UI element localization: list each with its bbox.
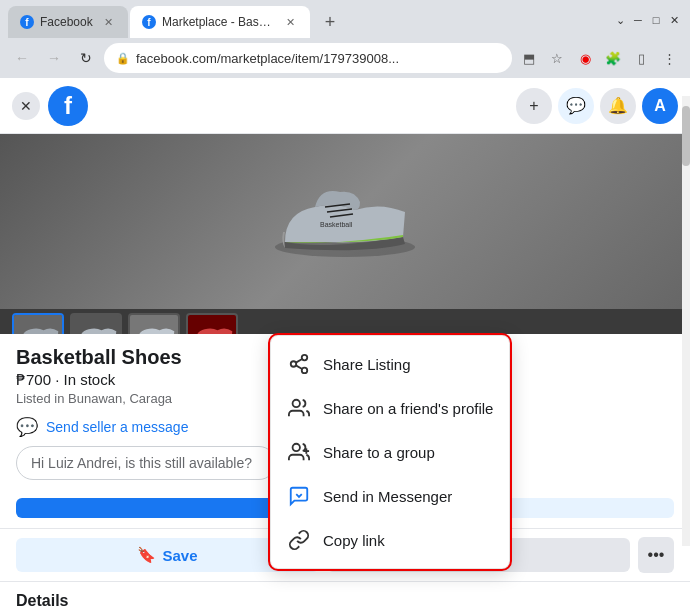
fb-topbar-right: + 💬 🔔 A xyxy=(516,88,678,124)
copy-link-icon xyxy=(287,528,311,552)
more-button[interactable]: ••• xyxy=(638,537,674,573)
share-listing-icon xyxy=(287,352,311,376)
address-input[interactable]: 🔒 facebook.com/marketplace/item/17973900… xyxy=(104,43,512,73)
bookmark-icon: 🔖 xyxy=(137,546,156,564)
message-placeholder-text: Hi Luiz Andrei, is this still available? xyxy=(31,455,252,471)
menu-icon[interactable]: ⋮ xyxy=(656,45,682,71)
puzzle-icon[interactable]: 🧩 xyxy=(600,45,626,71)
address-bar-row: ← → ↻ 🔒 facebook.com/marketplace/item/17… xyxy=(0,38,690,78)
thumbnail-1[interactable] xyxy=(12,313,64,334)
svg-point-11 xyxy=(302,368,308,374)
share-friend-item[interactable]: Share on a friend's profile xyxy=(271,386,509,430)
sidebar-icon[interactable]: ▯ xyxy=(628,45,654,71)
notifications-button[interactable]: 🔔 xyxy=(600,88,636,124)
messenger-button[interactable]: 💬 xyxy=(558,88,594,124)
cast-icon[interactable]: ⬒ xyxy=(516,45,542,71)
tab-facebook-label: Facebook xyxy=(40,15,94,29)
tab-marketplace-close[interactable]: ✕ xyxy=(282,14,298,30)
tab-facebook-close[interactable]: ✕ xyxy=(100,14,116,30)
share-group-label: Share to a group xyxy=(323,444,435,461)
tab-marketplace-favicon: f xyxy=(142,15,156,29)
send-messenger-icon xyxy=(287,484,311,508)
window-controls: ⌄ ─ □ ✕ xyxy=(612,12,682,32)
extension-icon[interactable]: ◉ xyxy=(572,45,598,71)
seller-message-label[interactable]: Send seller a message xyxy=(46,419,188,435)
product-image-area: Basketball xyxy=(0,134,690,334)
thumbnail-3[interactable] xyxy=(128,313,180,334)
star-icon[interactable]: ☆ xyxy=(544,45,570,71)
share-listing-item[interactable]: Share Listing xyxy=(271,342,509,386)
tab-marketplace-label: Marketplace - Basketball Sh... xyxy=(162,15,276,29)
tab-marketplace[interactable]: f Marketplace - Basketball Sh... ✕ xyxy=(130,6,310,38)
scrollbar-thumb[interactable] xyxy=(682,106,690,166)
svg-line-13 xyxy=(296,359,302,363)
svg-point-15 xyxy=(293,444,300,451)
tab-facebook-favicon: f xyxy=(20,15,34,29)
svg-point-14 xyxy=(293,400,300,407)
close-button[interactable]: ✕ xyxy=(666,12,682,28)
share-listing-label: Share Listing xyxy=(323,356,411,373)
add-button[interactable]: + xyxy=(516,88,552,124)
tab-bar: f Facebook ✕ f Marketplace - Basketball … xyxy=(0,0,690,38)
new-tab-button[interactable]: + xyxy=(316,8,344,36)
messenger-icon: 💬 xyxy=(16,416,38,438)
share-friend-label: Share on a friend's profile xyxy=(323,400,493,417)
url-text: facebook.com/marketplace/item/179739008.… xyxy=(136,51,500,66)
send-messenger-item[interactable]: Send in Messenger xyxy=(271,474,509,518)
svg-text:Basketball: Basketball xyxy=(320,221,353,228)
svg-line-12 xyxy=(296,365,302,369)
maximize-button[interactable]: □ xyxy=(648,12,664,28)
minimize-button[interactable]: ─ xyxy=(630,12,646,28)
share-group-icon xyxy=(287,440,311,464)
back-button[interactable]: ← xyxy=(8,44,36,72)
address-action-buttons: ⬒ ☆ ◉ 🧩 ▯ ⋮ xyxy=(516,45,682,71)
thumbnail-4[interactable] xyxy=(186,313,238,334)
fb-logo: f xyxy=(48,86,88,126)
details-title: Details xyxy=(16,592,674,608)
share-group-item[interactable]: Share to a group xyxy=(271,430,509,474)
more-icon: ••• xyxy=(648,546,665,564)
tab-facebook[interactable]: f Facebook ✕ xyxy=(8,6,128,38)
fb-logo-text: f xyxy=(64,92,72,120)
collapse-icon: ⌄ xyxy=(612,12,628,28)
forward-button[interactable]: → xyxy=(40,44,68,72)
svg-point-9 xyxy=(302,355,308,361)
reload-button[interactable]: ↻ xyxy=(72,44,100,72)
details-section: Details xyxy=(0,581,690,608)
message-input[interactable]: Hi Luiz Andrei, is this still available? xyxy=(16,446,276,480)
copy-link-item[interactable]: Copy link xyxy=(271,518,509,562)
send-messenger-label: Send in Messenger xyxy=(323,488,452,505)
product-main-image[interactable]: Basketball xyxy=(0,134,690,309)
browser-chrome: f Facebook ✕ f Marketplace - Basketball … xyxy=(0,0,690,78)
product-thumbnails xyxy=(0,309,690,334)
save-label: Save xyxy=(162,547,197,564)
thumbnail-2[interactable] xyxy=(70,313,122,334)
copy-link-label: Copy link xyxy=(323,532,385,549)
fb-close-button[interactable]: ✕ xyxy=(12,92,40,120)
facebook-topbar: ✕ f + 💬 🔔 A xyxy=(0,78,690,134)
scrollbar[interactable] xyxy=(682,96,690,546)
share-dropdown-menu: Share Listing Share on a friend's profil… xyxy=(270,335,510,569)
lock-icon: 🔒 xyxy=(116,52,130,65)
svg-point-10 xyxy=(291,361,297,367)
share-friend-icon xyxy=(287,396,311,420)
avatar-button[interactable]: A xyxy=(642,88,678,124)
browser-window: f Facebook ✕ f Marketplace - Basketball … xyxy=(0,0,690,608)
product-image-svg: Basketball xyxy=(265,157,425,287)
